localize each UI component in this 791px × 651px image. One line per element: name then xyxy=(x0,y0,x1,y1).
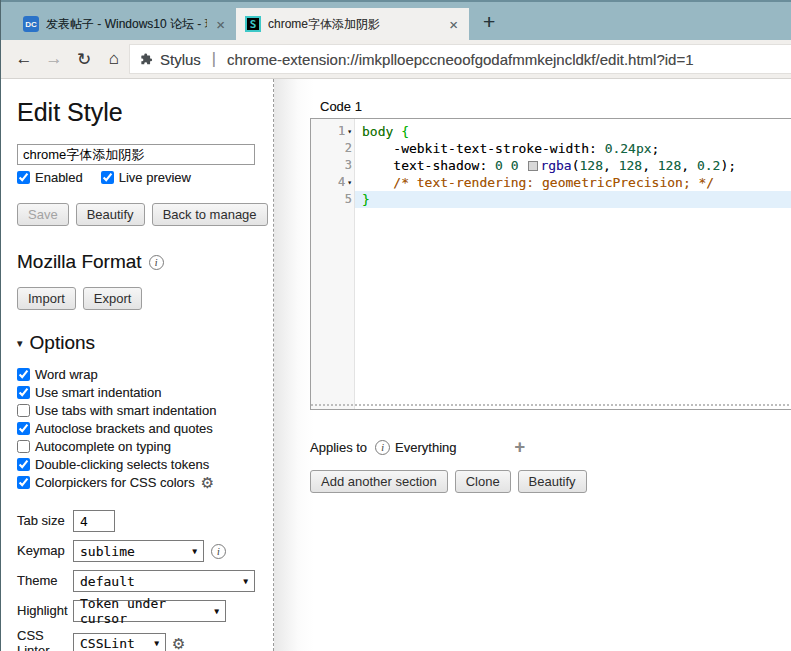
code-line[interactable]: 3 text-shadow: 0 0 rgba(128, 128, 128, 0… xyxy=(311,157,791,174)
code-line[interactable]: 1▾body { xyxy=(311,123,791,140)
tab-title: chrome字体添加阴影 xyxy=(268,16,440,33)
code-token: { xyxy=(401,124,409,139)
enabled-checkbox[interactable] xyxy=(17,171,30,184)
live-preview-checkbox[interactable] xyxy=(101,171,114,184)
code-lines: 1▾body {2 -webkit-text-stroke-width: 0.2… xyxy=(311,119,791,208)
option-label: Double-clicking selects tokens xyxy=(35,457,209,472)
style-name-input[interactable] xyxy=(17,144,255,165)
code-token xyxy=(393,124,401,139)
code-token: 0 xyxy=(511,158,519,173)
clone-button[interactable]: Clone xyxy=(455,470,511,493)
smart-indentation-checkbox[interactable] xyxy=(17,386,30,399)
code-token: ( xyxy=(572,158,580,173)
autoclose-brackets-checkbox[interactable] xyxy=(17,422,30,435)
option-smart-indentation[interactable]: Use smart indentation xyxy=(17,383,255,401)
extension-name: Stylus xyxy=(160,51,201,68)
code-token: 128 xyxy=(619,158,642,173)
code-token: rgba xyxy=(540,158,571,173)
code-token: 128 xyxy=(658,158,681,173)
code-line[interactable]: 4▾ /* text-rendering: geometricPrecision… xyxy=(311,174,791,191)
code-token: , xyxy=(642,158,658,173)
keymap-select[interactable]: sublime ▼ xyxy=(73,540,204,562)
extension-puzzle-icon xyxy=(139,52,153,66)
line-number[interactable]: 3 xyxy=(311,157,355,174)
color-swatch xyxy=(528,161,538,171)
code-token: /* text-rendering: geometricPrecision; *… xyxy=(362,175,714,190)
fold-arrow-icon[interactable]: ▾ xyxy=(347,174,352,191)
gear-icon[interactable]: ⚙ xyxy=(201,475,214,490)
export-button[interactable]: Export xyxy=(83,287,143,310)
code-token xyxy=(519,158,527,173)
keymap-label: Keymap xyxy=(17,544,73,559)
tabs-smart-indentation-checkbox[interactable] xyxy=(17,404,30,417)
code-token: 0 xyxy=(495,158,503,173)
word-wrap-checkbox[interactable] xyxy=(17,368,30,381)
code-token: ; xyxy=(652,141,660,156)
fold-arrow-icon[interactable]: ▾ xyxy=(347,123,352,140)
applies-to-value: Everything xyxy=(395,440,456,455)
code-line[interactable]: 2 -webkit-text-stroke-width: 0.24px; xyxy=(311,140,791,157)
address-bar[interactable]: Stylus | chrome-extension://imkplloepccn… xyxy=(129,44,791,74)
option-tabs-smart-indentation[interactable]: Use tabs with smart indentation xyxy=(17,401,255,419)
line-number[interactable]: 1▾ xyxy=(311,123,355,140)
browser-window: DC 发表帖子 - Windows10 论坛 - 玩 × S chrome字体添… xyxy=(0,0,791,651)
theme-select[interactable]: default ▼ xyxy=(73,570,255,592)
option-double-click-tokens[interactable]: Double-clicking selects tokens xyxy=(17,455,255,473)
sections-area: Code 1 1▾body {2 -webkit-text-stroke-wid… xyxy=(274,79,791,651)
colorpickers-checkbox[interactable] xyxy=(17,476,30,489)
line-number[interactable]: 2 xyxy=(311,140,355,157)
info-icon[interactable]: i xyxy=(375,440,390,455)
page-content: Edit Style Enabled Live preview Save Bea… xyxy=(1,79,791,651)
page-title: Edit Style xyxy=(17,98,255,127)
close-icon[interactable]: × xyxy=(214,17,227,32)
info-icon[interactable]: i xyxy=(149,255,164,270)
home-icon[interactable]: ⌂ xyxy=(99,49,129,69)
code-token: 0.2 xyxy=(697,158,720,173)
tab-size-input[interactable] xyxy=(73,510,115,532)
forward-icon[interactable]: → xyxy=(39,49,69,69)
info-icon[interactable]: i xyxy=(211,544,226,559)
beautify-button[interactable]: Beautify xyxy=(76,203,145,226)
tab-title: 发表帖子 - Windows10 论坛 - 玩 xyxy=(46,16,207,33)
options-collapse-icon[interactable]: ▾ xyxy=(17,337,23,350)
css-linter-select[interactable]: CSSLint ▼ xyxy=(73,633,166,651)
highlight-select[interactable]: Token under cursor ▼ xyxy=(73,600,226,622)
options-title: Options xyxy=(30,332,95,354)
option-colorpickers[interactable]: Colorpickers for CSS colors ⚙ xyxy=(17,473,255,491)
add-applies-to-button[interactable]: + xyxy=(515,437,526,458)
gear-icon[interactable]: ⚙ xyxy=(172,636,185,651)
code-token: , xyxy=(681,158,697,173)
live-preview-checkbox-label[interactable]: Live preview xyxy=(101,170,191,185)
editor-resize-grip[interactable] xyxy=(311,404,791,406)
close-icon[interactable]: × xyxy=(447,17,460,32)
new-tab-button[interactable]: + xyxy=(483,11,495,32)
tab-forum[interactable]: DC 发表帖子 - Windows10 论坛 - 玩 × xyxy=(14,8,236,40)
option-autocomplete[interactable]: Autocomplete on typing xyxy=(17,437,255,455)
tab-bar: DC 发表帖子 - Windows10 论坛 - 玩 × S chrome字体添… xyxy=(1,0,791,40)
double-click-tokens-checkbox[interactable] xyxy=(17,458,30,471)
applies-to-label: Applies to xyxy=(310,440,367,455)
keymap-value: sublime xyxy=(80,544,135,559)
section-beautify-button[interactable]: Beautify xyxy=(518,470,587,493)
tab-stylus-edit[interactable]: S chrome字体添加阴影 × xyxy=(236,8,469,40)
option-word-wrap[interactable]: Word wrap xyxy=(17,365,255,383)
code-token: text-shadow xyxy=(362,158,479,173)
code-token xyxy=(503,158,511,173)
option-autoclose-brackets[interactable]: Autoclose brackets and quotes xyxy=(17,419,255,437)
enabled-checkbox-label[interactable]: Enabled xyxy=(17,170,83,185)
add-another-section-button[interactable]: Add another section xyxy=(310,470,448,493)
import-button[interactable]: Import xyxy=(17,287,76,310)
back-to-manage-button[interactable]: Back to manage xyxy=(152,203,268,226)
code-line[interactable]: 5} xyxy=(311,191,791,208)
css-linter-value: CSSLint xyxy=(80,636,135,651)
reload-icon[interactable]: ↻ xyxy=(69,49,99,70)
code-token: -webkit-text-stroke-width xyxy=(362,141,589,156)
line-number[interactable]: 5 xyxy=(311,191,355,208)
save-button[interactable]: Save xyxy=(17,203,69,226)
line-number[interactable]: 4▾ xyxy=(311,174,355,191)
back-icon[interactable]: ← xyxy=(9,49,39,69)
css-linter-label: CSS Linter xyxy=(17,629,73,651)
code-editor[interactable]: 1▾body {2 -webkit-text-stroke-width: 0.2… xyxy=(310,118,791,410)
chevron-down-icon: ▼ xyxy=(214,607,219,616)
autocomplete-checkbox[interactable] xyxy=(17,440,30,453)
